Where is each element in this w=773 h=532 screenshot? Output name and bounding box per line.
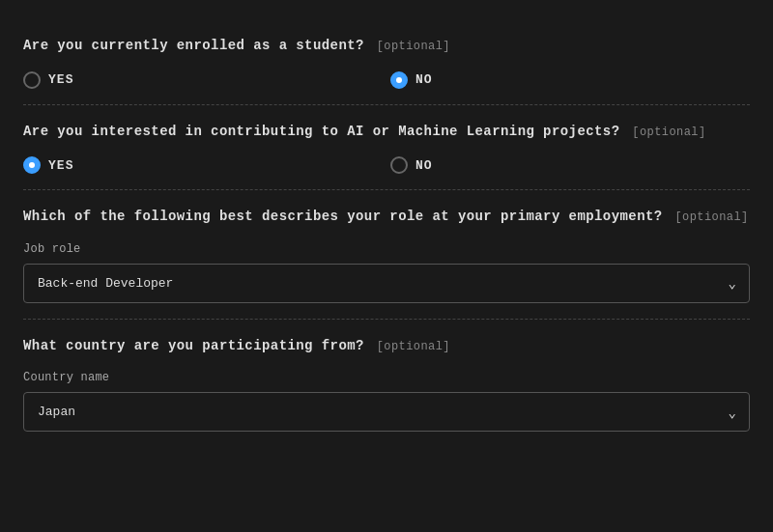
job-role-dropdown[interactable]: Back-end Developer Front-end Developer F… [23,264,750,303]
radio-ai-yes[interactable]: YES [23,156,390,174]
radio-student-no[interactable]: NO [390,71,758,89]
question-student-text: Are you currently enrolled as a student?… [23,37,750,56]
radio-circle-student-no[interactable] [390,71,408,89]
question-job-role: Which of the following best describes yo… [23,190,750,320]
radio-circle-ai-no[interactable] [390,156,408,174]
page-container: Are you currently enrolled as a student?… [0,0,773,466]
country-field-wrapper: Country name Japan United States United … [23,371,750,432]
job-role-label: Job role [23,242,750,256]
question-country: What country are you participating from?… [23,320,750,448]
radio-group-ai: YES NO [23,156,750,174]
radio-group-student: YES NO [23,71,750,89]
question-ai-interest: Are you interested in contributing to AI… [23,105,750,191]
question-country-text: What country are you participating from?… [23,337,750,356]
country-dropdown-container: Japan United States United Kingdom Germa… [23,392,750,432]
question-ai-interest-text: Are you interested in contributing to AI… [23,123,750,142]
radio-circle-student-yes[interactable] [23,71,41,89]
radio-student-yes[interactable]: YES [23,71,390,89]
job-role-field-wrapper: Job role Back-end Developer Front-end De… [23,242,750,303]
question-student: Are you currently enrolled as a student?… [23,19,750,105]
country-dropdown[interactable]: Japan United States United Kingdom Germa… [23,392,750,432]
question-job-role-text: Which of the following best describes yo… [23,208,750,227]
job-role-dropdown-container: Back-end Developer Front-end Developer F… [23,264,750,303]
radio-circle-ai-yes[interactable] [23,156,41,174]
radio-ai-no[interactable]: NO [390,156,758,174]
country-label: Country name [23,371,750,384]
